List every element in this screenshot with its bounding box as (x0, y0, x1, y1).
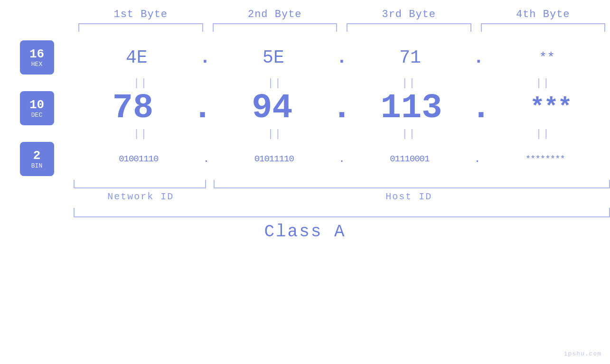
network-id-bracket (74, 180, 206, 188)
eq2-byte4: || (476, 128, 610, 140)
bin-dot1: . (203, 154, 209, 165)
bracket-byte4 (481, 23, 606, 32)
eq2-byte3: || (342, 128, 476, 140)
dec-byte1: 78 (74, 91, 192, 125)
dec-base-num: 10 (29, 99, 44, 111)
dec-dot3: . (471, 91, 491, 125)
full-bottom-bracket (74, 208, 610, 217)
byte4-header: 4th Byte (476, 9, 610, 20)
eq2-byte2: || (208, 128, 342, 140)
hex-dot1: . (199, 47, 210, 68)
dec-base-label: DEC (31, 112, 42, 118)
hex-byte1: 4E (74, 47, 199, 68)
bin-byte2: 01011110 (209, 154, 339, 164)
hex-byte4: ** (484, 50, 610, 65)
dec-row: 10 DEC 78 . 94 . 113 . *** (0, 91, 610, 125)
bracket-byte2 (213, 23, 338, 32)
bin-byte1: 01001110 (74, 154, 203, 164)
bottom-brackets (74, 180, 610, 188)
bin-dot2: . (339, 154, 345, 165)
hex-badge-col: 16 HEX (0, 40, 74, 75)
top-brackets (0, 23, 610, 32)
byte3-header: 3rd Byte (342, 9, 476, 20)
network-id-label: Network ID (74, 191, 208, 202)
bin-row: 2 BIN 01001110 . 01011110 . 01110001 . *… (0, 142, 610, 176)
bin-dot3: . (474, 154, 480, 165)
eq2-byte1: || (74, 128, 208, 140)
dec-badge-col: 10 DEC (0, 91, 74, 125)
bin-byte3: 01110001 (345, 154, 474, 164)
bottom-labels: Network ID Host ID (74, 191, 610, 202)
byte-headers: 1st Byte 2nd Byte 3rd Byte 4th Byte (0, 9, 610, 20)
main-container: 1st Byte 2nd Byte 3rd Byte 4th Byte 16 H… (0, 0, 610, 364)
dec-dot2: . (331, 91, 352, 125)
bracket-byte1 (78, 23, 203, 32)
hex-row: 16 HEX 4E . 5E . 71 . ** (0, 40, 610, 75)
dec-byte3: 113 (352, 91, 471, 125)
dec-byte2: 94 (213, 91, 331, 125)
bin-badge-col: 2 BIN (0, 142, 74, 176)
hex-dot2: . (337, 47, 347, 68)
equals-row-1: || || || || (0, 77, 610, 89)
hex-base-num: 16 (29, 48, 44, 60)
bin-byte4: ******** (480, 154, 610, 164)
bottom-section: Network ID Host ID (0, 180, 610, 202)
byte1-header: 1st Byte (74, 9, 208, 20)
byte2-header: 2nd Byte (208, 9, 342, 20)
dec-badge: 10 DEC (20, 91, 54, 125)
host-id-bracket (214, 180, 610, 188)
eq1-byte3: || (342, 77, 476, 89)
eq1-byte2: || (208, 77, 342, 89)
dec-byte4: *** (491, 96, 610, 121)
hex-values-row: 4E . 5E . 71 . ** (74, 47, 610, 68)
dec-dot1: . (192, 91, 213, 125)
watermark: ipshu.com (564, 350, 601, 357)
hex-base-label: HEX (31, 61, 42, 67)
bracket-byte3 (347, 23, 471, 32)
hex-byte3: 71 (347, 47, 473, 68)
bin-base-num: 2 (33, 149, 41, 162)
host-id-label: Host ID (208, 191, 610, 202)
hex-dot3: . (473, 47, 484, 68)
bin-badge: 2 BIN (20, 142, 54, 176)
hex-badge: 16 HEX (20, 40, 54, 75)
equals-row-2: || || || || (0, 128, 610, 140)
eq1-byte1: || (74, 77, 208, 89)
eq1-byte4: || (476, 77, 610, 89)
dec-values-row: 78 . 94 . 113 . *** (74, 91, 610, 125)
bin-values-row: 01001110 . 01011110 . 01110001 . *******… (74, 154, 610, 165)
class-label: Class A (0, 222, 610, 242)
hex-byte2: 5E (210, 47, 336, 68)
bin-base-label: BIN (31, 163, 42, 169)
